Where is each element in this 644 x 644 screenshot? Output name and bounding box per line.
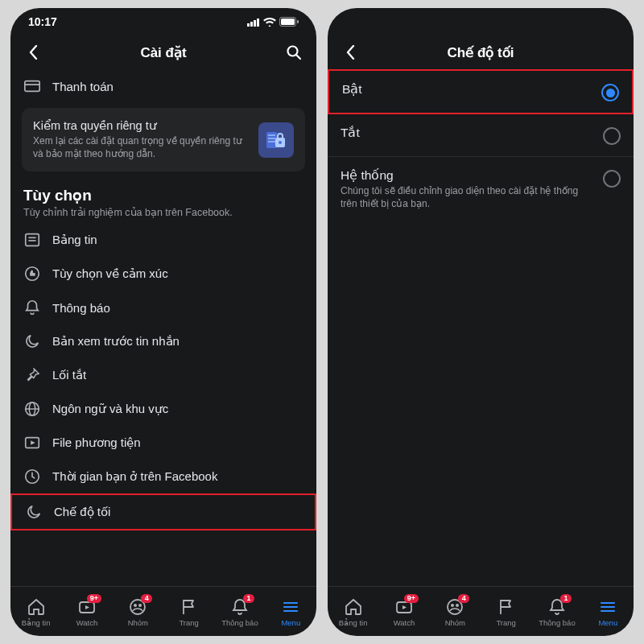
svg-rect-13 (268, 138, 275, 139)
chevron-left-icon (346, 45, 355, 60)
settings-screen: 10:17 Cài đặt Thanh toán (10, 8, 316, 636)
tab-news-feed[interactable]: Bảng tin (12, 597, 60, 627)
option-label: Tắt (341, 126, 593, 140)
tab-notifications[interactable]: 1 Thông báo (533, 597, 581, 627)
moon-icon (25, 503, 43, 521)
row-label: Bảng tin (52, 233, 97, 247)
tab-menu[interactable]: Menu (266, 597, 315, 627)
home-icon (344, 597, 363, 617)
row-label: Ngôn ngữ và khu vực (52, 402, 168, 416)
tab-label: Bảng tin (339, 618, 368, 627)
groups-icon: 4 (445, 597, 464, 617)
row-label: Bản xem trước tin nhắn (52, 334, 180, 349)
svg-rect-5 (281, 19, 295, 25)
svg-line-8 (297, 56, 301, 60)
tab-label: Menu (598, 618, 617, 627)
notifications-row[interactable]: Thông báo (10, 291, 316, 324)
radio-icon (603, 127, 621, 145)
tab-watch[interactable]: 9+ Watch (380, 597, 428, 627)
card-title: Kiểm tra quyền riêng tư (33, 119, 249, 132)
menu-icon (598, 597, 617, 617)
play-rect-icon (23, 434, 41, 452)
status-bar: 10:17 (10, 8, 316, 35)
lock-checklist-icon (264, 128, 288, 152)
svg-rect-14 (268, 141, 275, 142)
like-icon (23, 265, 41, 283)
tab-watch[interactable]: 9+ Watch (63, 597, 111, 627)
svg-rect-17 (26, 234, 39, 246)
clock-icon (23, 468, 41, 485)
svg-point-28 (134, 604, 137, 607)
tab-badge: 1 (560, 594, 572, 603)
flag-icon (180, 597, 199, 617)
tab-groups[interactable]: 4 Nhóm (431, 597, 479, 627)
language-row[interactable]: Ngôn ngữ và khu vực (10, 392, 316, 426)
privacy-checkup-badge (258, 122, 294, 158)
row-label: Tùy chọn về cảm xúc (52, 266, 168, 281)
media-files-row[interactable]: File phương tiện (10, 426, 316, 460)
shortcuts-row[interactable]: Lối tắt (10, 358, 316, 392)
watch-icon: 9+ (77, 597, 97, 617)
menu-icon (281, 597, 300, 617)
back-button[interactable] (339, 41, 361, 64)
battery-icon (279, 17, 299, 27)
page-title: Chế độ tối (361, 44, 600, 61)
tab-news-feed[interactable]: Bảng tin (329, 597, 378, 627)
globe-icon (23, 400, 41, 418)
moon-outline-icon (23, 332, 41, 350)
payments-row[interactable]: Thanh toán (10, 69, 316, 103)
svg-point-7 (288, 47, 298, 56)
news-feed-icon (23, 231, 41, 249)
row-label: Thời gian bạn ở trên Facebook (52, 469, 217, 484)
svg-rect-0 (247, 23, 250, 27)
tab-label: Nhóm (128, 618, 148, 627)
spacer (600, 41, 622, 64)
preferences-section-header: Tùy chọn Tùy chỉnh trải nghiệm của bạn t… (10, 183, 316, 223)
search-button[interactable] (283, 41, 305, 64)
home-icon (27, 597, 46, 617)
tab-label: Trang (179, 618, 198, 627)
reaction-preferences-row[interactable]: Tùy chọn về cảm xúc (10, 257, 316, 291)
time-on-facebook-row[interactable]: Thời gian bạn ở trên Facebook (10, 460, 316, 493)
tab-bar: Bảng tin 9+ Watch 4 Nhóm Trang 1 Thông b… (328, 586, 634, 636)
svg-rect-9 (25, 81, 39, 92)
svg-point-29 (138, 604, 142, 607)
tab-pages[interactable]: Trang (165, 597, 213, 627)
radio-selected-icon (601, 84, 619, 101)
option-label: Bật (342, 82, 592, 97)
status-bar (328, 8, 634, 35)
option-off[interactable]: Tắt (328, 114, 634, 157)
privacy-checkup-card[interactable]: Kiểm tra quyền riêng tư Xem lại các cài … (22, 108, 305, 171)
message-preview-row[interactable]: Bản xem trước tin nhắn (10, 324, 316, 358)
row-label: Lối tắt (52, 368, 86, 382)
tab-label: Thông báo (539, 618, 575, 627)
row-label: Thông báo (52, 301, 110, 315)
tab-pages[interactable]: Trang (482, 597, 530, 627)
tab-label: Bảng tin (22, 618, 51, 627)
option-subtitle: Chúng tôi sẽ điều chỉnh giao diện theo c… (341, 185, 593, 210)
flag-icon (497, 597, 516, 617)
radio-icon (603, 170, 621, 188)
section-title: Tùy chọn (23, 186, 303, 204)
svg-rect-3 (257, 19, 259, 27)
back-button[interactable] (22, 41, 44, 64)
card-subtitle: Xem lại các cài đặt quan trọng về quyền … (33, 135, 249, 160)
search-icon (286, 44, 302, 60)
dark-mode-screen: Chế độ tối Bật Tắt Hệ thống Chúng tôi sẽ… (328, 8, 634, 636)
option-label: Hệ thống (341, 168, 593, 183)
tab-badge: 9+ (87, 594, 101, 603)
news-feed-row[interactable]: Bảng tin (10, 223, 316, 257)
tab-badge: 4 (141, 594, 152, 603)
tab-menu[interactable]: Menu (584, 597, 632, 627)
option-system[interactable]: Hệ thống Chúng tôi sẽ điều chỉnh giao di… (328, 157, 634, 221)
option-on[interactable]: Bật (328, 69, 634, 114)
dark-mode-row[interactable]: Chế độ tối (10, 493, 316, 530)
tab-label: Trang (496, 618, 515, 627)
svg-point-35 (451, 604, 454, 607)
credit-card-icon (23, 77, 41, 95)
chevron-left-icon (29, 45, 38, 60)
tab-notifications[interactable]: 1 Thông báo (216, 597, 264, 627)
tab-groups[interactable]: 4 Nhóm (114, 597, 162, 627)
groups-icon: 4 (128, 597, 147, 617)
tab-label: Nhóm (445, 618, 465, 627)
